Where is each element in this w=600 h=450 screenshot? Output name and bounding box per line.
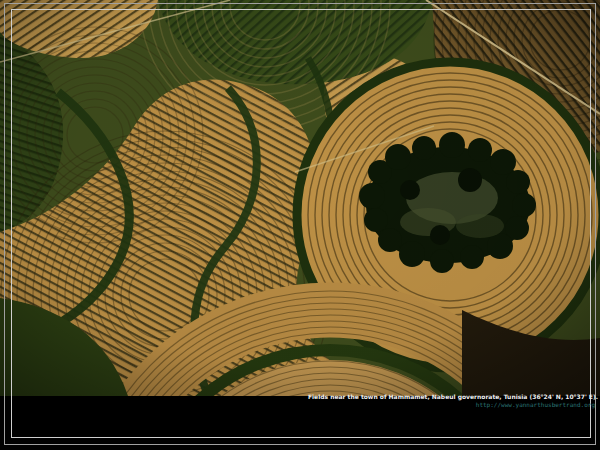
caption-title: Fields near the town of Hammamet, Nabeul… <box>308 393 598 401</box>
vignette <box>0 0 600 396</box>
aerial-photo-illustration <box>0 0 600 396</box>
caption-url: http://www.yannarthusbertrand.org <box>308 401 598 408</box>
aerial-photo <box>0 0 600 396</box>
caption: Fields near the town of Hammamet, Nabeul… <box>308 393 598 408</box>
desktop-wallpaper: { "photo": { "description": "Aerial phot… <box>0 0 600 450</box>
